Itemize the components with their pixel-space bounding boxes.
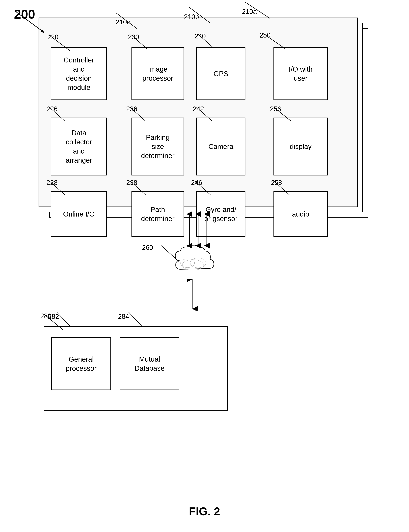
controller-module: Controller and decision module [51, 47, 107, 100]
label-230: 230 [128, 33, 139, 41]
gps-label: GPS [214, 69, 228, 78]
io-user-label: I/O with user [289, 65, 313, 83]
label-242: 242 [193, 105, 204, 113]
audio-label: audio [292, 209, 309, 219]
arrows-to-cloud [175, 210, 228, 249]
server-box: 282 General processor 284 Mutual Databas… [44, 326, 228, 411]
label-210a: 210a [242, 8, 257, 15]
controller-label: Controller and decision module [64, 56, 94, 92]
general-processor-box: General processor [51, 337, 111, 390]
label-250: 250 [260, 32, 270, 39]
label-256: 256 [270, 105, 281, 113]
arrow-200 [15, 10, 50, 38]
label-246: 246 [191, 179, 202, 187]
general-processor-label: General processor [66, 355, 97, 373]
label-228: 228 [46, 179, 57, 187]
label-220: 220 [47, 33, 58, 41]
label-280: 280 [40, 312, 51, 320]
io-user-module: I/O with user [273, 47, 328, 100]
svg-marker-1 [41, 29, 45, 33]
arrow-cloud-to-server [186, 279, 200, 311]
label-226: 226 [46, 105, 57, 113]
label-238: 238 [126, 179, 137, 187]
image-processor-label: Image processor [142, 65, 173, 83]
label-258: 258 [271, 179, 282, 187]
fig-caption: FIG. 2 [189, 505, 220, 518]
svg-line-22 [161, 246, 179, 261]
svg-line-0 [17, 12, 43, 32]
image-processor-module: Image processor [131, 47, 184, 100]
parking-size-module: Parking size determiner [131, 118, 184, 175]
label-240: 240 [195, 32, 206, 40]
online-io-label: Online I/O [63, 209, 95, 219]
label-210b: 210b [184, 13, 199, 21]
audio-module: audio [273, 191, 328, 237]
gps-module: GPS [196, 47, 245, 100]
label-284-line [118, 311, 153, 329]
path-determiner-label: Path determiner [141, 205, 175, 223]
label-260: 260 [142, 244, 153, 251]
display-module: display [273, 118, 328, 175]
svg-line-31 [129, 312, 142, 327]
display-label: display [290, 142, 312, 151]
data-collector-label: Data collector and arranger [65, 128, 92, 165]
parking-size-label: Parking size determiner [141, 133, 175, 160]
camera-module: Camera [196, 118, 245, 175]
mutual-database-box: Mutual Database [120, 337, 179, 390]
label-210n: 210n [116, 19, 130, 26]
data-collector-module: Data collector and arranger [51, 118, 107, 175]
online-io-module: Online I/O [51, 191, 107, 237]
camera-label: Camera [208, 142, 233, 151]
label-236: 236 [126, 105, 137, 113]
mutual-db-label: Mutual Database [134, 355, 164, 373]
diagram-container: 200 210n 210b 210a 220 Controller and de… [0, 0, 409, 532]
